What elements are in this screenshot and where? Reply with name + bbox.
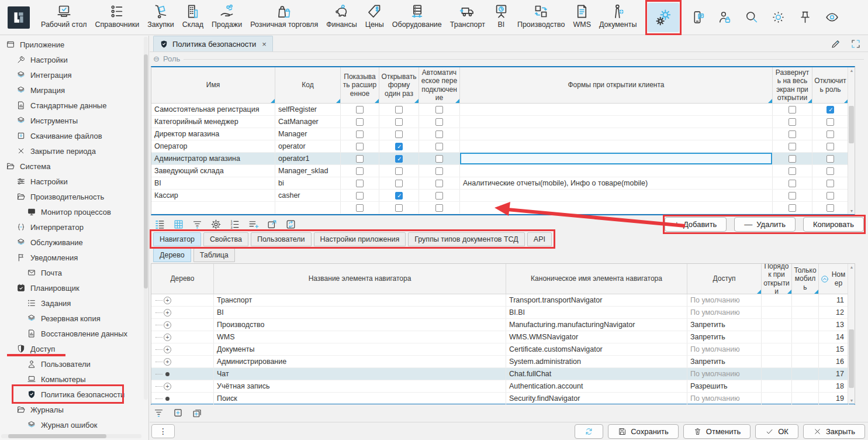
sidebar-item-25[interactable]: Журнал ошибок [0, 417, 148, 432]
top-nav-item-shopping-bags[interactable]: Розничная торговля [246, 0, 322, 29]
navigator-cell-access[interactable]: По умолчанию [687, 294, 762, 306]
navigator-table-row[interactable]: +WMSWMS.WMSNavigatorЗапретить14 [151, 331, 855, 343]
policy-tab-2[interactable]: Пользователи [251, 232, 312, 246]
external-link-icon[interactable] [267, 219, 278, 230]
navigator-cell-tree[interactable]: + [151, 319, 214, 331]
role-table-scrollbar[interactable]: ▲ ▼ [848, 67, 855, 214]
navigator-cell-canonical[interactable]: Chat.fullChat [506, 368, 687, 380]
top-nav-item-catalog[interactable]: Справочники [91, 0, 143, 29]
role-table-row[interactable]: BIbiАналитические отчеты(mobile), Инфо о… [151, 177, 855, 190]
role-col-header-fullscreen_on_open[interactable]: Развернуть на весь экран при открытии [773, 67, 812, 103]
role-cell-code[interactable]: Manager [275, 128, 341, 140]
list-plus-icon[interactable] [248, 219, 259, 230]
navigator-cell-access[interactable]: Запретить [687, 356, 762, 367]
role-cell-name[interactable]: Самостоятельная регистрация [151, 104, 275, 115]
checkbox[interactable] [435, 167, 443, 175]
checkbox[interactable] [356, 167, 364, 175]
navigator-cell-mobile[interactable] [792, 319, 819, 331]
navigator-cell-tree[interactable]: + [151, 356, 214, 367]
sidebar-horizontal-scrollbar[interactable] [1, 434, 141, 438]
navigator-col-header-tree[interactable]: Дерево [151, 264, 214, 294]
role-table-row[interactable]: Директор магазинаManager [151, 128, 855, 140]
sidebar-item-3[interactable]: Миграция [0, 82, 148, 98]
navigator-cell-mobile[interactable] [792, 380, 819, 392]
tree-expand-icon[interactable]: + [164, 321, 171, 329]
fullscreen-icon[interactable] [850, 39, 861, 49]
navigator-cell-tree[interactable]: + [151, 343, 214, 355]
navigator-cell-number[interactable]: 16 [819, 356, 849, 367]
navigator-col-header-name[interactable]: Название элемента навигатора [214, 264, 506, 294]
checkbox[interactable] [395, 167, 403, 175]
sidebar-item-6[interactable]: Скачивание файлов [0, 128, 148, 143]
brightness-icon[interactable] [771, 10, 786, 25]
rows-select-icon[interactable] [154, 219, 165, 230]
policy-tab-3[interactable]: Настройки приложения [314, 232, 406, 246]
save-button[interactable]: Сохранить [608, 424, 679, 439]
sidebar-item-19[interactable]: Восстановление данных [0, 326, 148, 341]
role-cell-forms_on_open[interactable] [460, 116, 773, 128]
role-table-row[interactable]: Самостоятельная регистрацияselfRegister [151, 104, 855, 116]
role-cell-forms_on_open[interactable] [460, 128, 773, 140]
navigator-cell-name[interactable]: Транспорт [214, 294, 506, 306]
top-nav-item-truck[interactable]: Транспорт [446, 0, 489, 29]
administration-settings-button[interactable] [648, 3, 679, 32]
navigator-cell-access[interactable]: По умолчанию [687, 343, 762, 355]
navigator-table-row[interactable]: +Учётная записьAuthentication.accountРаз… [151, 380, 855, 393]
navigator-cell-name[interactable]: WMS [214, 331, 506, 343]
role-cell-code[interactable]: casher [275, 190, 341, 201]
feedback-icon[interactable] [690, 10, 705, 25]
navigator-cell-canonical[interactable]: System.administration [506, 356, 687, 367]
checkbox[interactable] [826, 204, 834, 212]
role-col-header-name[interactable]: Имя [151, 67, 275, 103]
navigator-cell-access[interactable]: Разрешить [687, 380, 762, 392]
sidebar-item-1[interactable]: Настройки [0, 52, 148, 67]
sidebar-item-9[interactable]: Настройки [0, 174, 148, 189]
tree-expand-icon[interactable]: + [164, 297, 171, 304]
sidebar-item-13[interactable]: Обслуживание [0, 235, 148, 250]
sidebar-item-10[interactable]: Производительность [0, 189, 148, 204]
navigator-cell-number[interactable]: 15 [819, 343, 849, 355]
checkbox[interactable] [789, 155, 796, 163]
role-col-header-show_extended[interactable]: Показывать расширенное [341, 67, 379, 103]
navigator-cell-order[interactable] [762, 331, 792, 343]
navigator-cell-tree[interactable]: + [151, 307, 214, 318]
navigator-cell-tree[interactable] [151, 393, 214, 404]
filter-lines-icon[interactable] [153, 407, 164, 418]
numbered-list-icon[interactable]: 123 [229, 219, 240, 230]
scrollbar-thumb[interactable] [849, 329, 854, 388]
top-nav-item-bi-board[interactable]: BI [489, 0, 513, 29]
role-col-header-disable_role[interactable]: Отключить роль [812, 67, 849, 103]
sidebar-vertical-scrollbar[interactable] [144, 37, 148, 400]
scrollbar-thumb[interactable] [8, 434, 106, 438]
role-table-row[interactable]: Операторoperator [151, 140, 855, 153]
checkbox[interactable] [826, 130, 834, 138]
sidebar-item-7[interactable]: Закрытие периода [0, 143, 148, 159]
checkbox[interactable] [789, 167, 796, 175]
tree-expand-icon[interactable]: + [164, 309, 171, 317]
role-cell-code[interactable]: Manager_sklad [275, 165, 341, 177]
cancel-button[interactable]: Отменить [683, 424, 751, 439]
navigator-cell-mobile[interactable] [792, 307, 819, 318]
checkbox[interactable] [395, 143, 403, 150]
navigator-cell-canonical[interactable]: Authentication.account [506, 380, 687, 392]
checkbox[interactable] [356, 106, 364, 114]
navigator-cell-canonical[interactable]: Security.findNavigator [506, 393, 687, 404]
checkbox[interactable] [356, 143, 364, 150]
navigator-cell-canonical[interactable]: Transport.transportNavigator [506, 294, 687, 306]
checkbox[interactable] [789, 106, 796, 114]
checkbox[interactable] [356, 118, 364, 126]
checkbox[interactable] [395, 192, 403, 200]
checkbox[interactable] [395, 180, 403, 187]
checkbox[interactable] [789, 130, 796, 138]
navigator-cell-tree[interactable]: + [151, 331, 214, 343]
stack-plus-icon[interactable] [192, 407, 203, 418]
sidebar-item-4[interactable]: Стандартные данные [0, 98, 148, 113]
grid-table-icon[interactable] [173, 219, 184, 230]
checkbox[interactable] [356, 204, 364, 212]
role-cell-code[interactable] [275, 202, 341, 214]
navigator-cell-order[interactable] [762, 380, 792, 392]
navigator-cell-name[interactable]: Чат [214, 368, 506, 380]
policy-tab-0[interactable]: Навигатор [153, 232, 201, 246]
checkbox[interactable] [395, 106, 403, 114]
checkbox[interactable] [826, 167, 834, 175]
